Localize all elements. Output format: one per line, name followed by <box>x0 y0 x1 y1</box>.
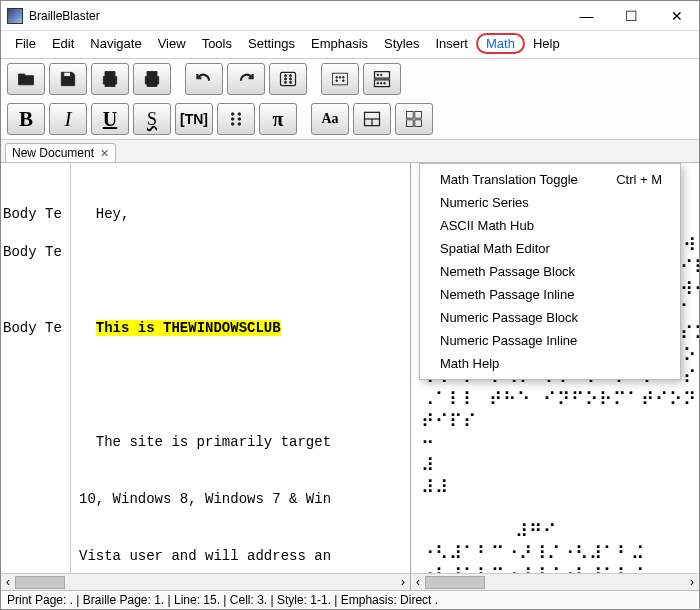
bold-icon[interactable]: B <box>7 103 45 135</box>
svg-point-18 <box>380 82 382 84</box>
tab-close-icon[interactable]: ✕ <box>100 147 109 160</box>
menu-help[interactable]: Help <box>525 34 568 53</box>
style-gutter: Body TeBody Te Body Te 1-11-11-1 1-1Body… <box>1 163 71 573</box>
print-view-pane: Body TeBody Te Body Te 1-11-11-1 1-1Body… <box>1 163 411 590</box>
svg-point-0 <box>149 73 151 75</box>
svg-rect-2 <box>281 72 296 85</box>
svg-rect-30 <box>415 112 422 119</box>
redo-icon[interactable] <box>227 63 265 95</box>
math-menu-dropdown: Math Translation ToggleCtrl + M Numeric … <box>419 163 681 380</box>
toolbar: B I U S [TN] π Aa <box>1 59 699 140</box>
svg-point-24 <box>238 118 241 121</box>
dd-nemeth-passage-block[interactable]: Nemeth Passage Block <box>420 260 680 283</box>
tn-style-icon[interactable]: [TN] <box>175 103 213 135</box>
tab-label: New Document <box>12 146 94 160</box>
menu-math[interactable]: Math <box>476 33 525 54</box>
print-icon[interactable] <box>91 63 129 95</box>
svg-point-10 <box>336 77 338 79</box>
braille-h-scrollbar[interactable]: ‹ › <box>411 573 699 590</box>
grid-image-icon[interactable] <box>395 103 433 135</box>
svg-rect-9 <box>333 73 348 85</box>
svg-point-21 <box>231 118 234 121</box>
dd-numeric-passage-inline[interactable]: Numeric Passage Inline <box>420 329 680 352</box>
document-tab-bar: New Document ✕ <box>1 140 699 163</box>
svg-point-11 <box>336 80 338 82</box>
svg-point-14 <box>343 80 345 82</box>
emboss-icon[interactable] <box>133 63 171 95</box>
open-icon[interactable] <box>7 63 45 95</box>
menu-navigate[interactable]: Navigate <box>82 34 149 53</box>
title-bar: BrailleBlaster ― ☐ ✕ <box>1 1 699 31</box>
svg-point-20 <box>231 113 234 116</box>
underline-icon[interactable]: U <box>91 103 129 135</box>
svg-point-23 <box>238 113 241 116</box>
svg-point-15 <box>377 74 379 76</box>
svg-rect-31 <box>407 120 414 127</box>
document-tab[interactable]: New Document ✕ <box>5 143 116 162</box>
menu-emphasis[interactable]: Emphasis <box>303 34 376 53</box>
maximize-button[interactable]: ☐ <box>609 2 654 30</box>
layout-icon[interactable] <box>353 103 391 135</box>
menu-settings[interactable]: Settings <box>240 34 303 53</box>
svg-rect-32 <box>415 120 422 127</box>
minimize-button[interactable]: ― <box>564 2 609 30</box>
svg-point-7 <box>284 81 286 83</box>
svg-point-5 <box>284 78 286 80</box>
dd-numeric-passage-block[interactable]: Numeric Passage Block <box>420 306 680 329</box>
dd-nemeth-passage-inline[interactable]: Nemeth Passage Inline <box>420 283 680 306</box>
dd-ascii-math-hub[interactable]: ASCII Math Hub <box>420 214 680 237</box>
print-editor[interactable]: Body TeBody Te Body Te 1-11-11-1 1-1Body… <box>1 163 410 573</box>
svg-point-1 <box>154 73 156 75</box>
save-icon[interactable] <box>49 63 87 95</box>
svg-point-25 <box>238 123 241 126</box>
script-icon[interactable]: S <box>133 103 171 135</box>
math-pi-icon[interactable]: π <box>259 103 297 135</box>
status-bar: Print Page: . | Braille Page: 1. | Line:… <box>1 590 699 609</box>
print-h-scrollbar[interactable]: ‹ › <box>1 573 410 590</box>
dd-math-translation-toggle[interactable]: Math Translation ToggleCtrl + M <box>420 168 680 191</box>
format-dots-icon[interactable] <box>363 63 401 95</box>
svg-rect-29 <box>407 112 414 119</box>
menu-bar: File Edit Navigate View Tools Settings E… <box>1 31 699 59</box>
braille-preview-icon[interactable] <box>321 63 359 95</box>
close-button[interactable]: ✕ <box>654 2 699 30</box>
svg-point-22 <box>231 123 234 126</box>
font-size-icon[interactable]: Aa <box>311 103 349 135</box>
svg-point-4 <box>289 75 291 77</box>
menu-edit[interactable]: Edit <box>44 34 82 53</box>
svg-point-3 <box>284 75 286 77</box>
italic-icon[interactable]: I <box>49 103 87 135</box>
svg-point-17 <box>377 82 379 84</box>
svg-point-12 <box>339 77 341 79</box>
svg-point-8 <box>289 81 291 83</box>
menu-tools[interactable]: Tools <box>194 34 240 53</box>
window-title: BrailleBlaster <box>29 9 564 23</box>
dd-math-help[interactable]: Math Help <box>420 352 680 375</box>
svg-point-13 <box>343 77 345 79</box>
dd-numeric-series[interactable]: Numeric Series <box>420 191 680 214</box>
svg-point-19 <box>384 82 386 84</box>
print-content[interactable]: Hey, This is THEWINDOWSCLUB The site is … <box>71 163 410 573</box>
braille-cell-icon[interactable] <box>217 103 255 135</box>
menu-styles[interactable]: Styles <box>376 34 427 53</box>
svg-point-6 <box>289 78 291 80</box>
menu-insert[interactable]: Insert <box>427 34 476 53</box>
app-icon <box>7 8 23 24</box>
app-window: BrailleBlaster ― ☐ ✕ File Edit Navigate … <box>0 0 700 610</box>
undo-icon[interactable] <box>185 63 223 95</box>
workspace: Math Translation ToggleCtrl + M Numeric … <box>1 163 699 590</box>
svg-point-16 <box>380 74 382 76</box>
menu-file[interactable]: File <box>7 34 44 53</box>
six-key-icon[interactable] <box>269 63 307 95</box>
menu-view[interactable]: View <box>150 34 194 53</box>
dd-spatial-math-editor[interactable]: Spatial Math Editor <box>420 237 680 260</box>
